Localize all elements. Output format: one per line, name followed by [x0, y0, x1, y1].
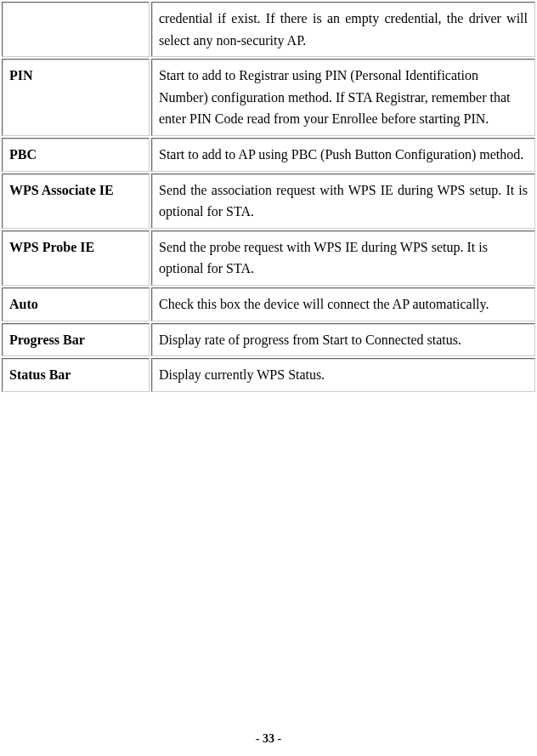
desc-cell: Display currently WPS Status.: [151, 358, 535, 392]
term-cell: Auto: [2, 287, 150, 321]
table-row: WPS Probe IE Send the probe request with…: [2, 230, 535, 286]
term-cell: WPS Associate IE: [2, 173, 150, 229]
table-body: credential if exist. If there is an empt…: [2, 2, 535, 392]
table-row: WPS Associate IE Send the association re…: [2, 173, 535, 229]
table-row: PBC Start to add to AP using PBC (Push B…: [2, 138, 535, 172]
term-cell: Status Bar: [2, 358, 150, 392]
term-cell: PBC: [2, 138, 150, 172]
desc-cell: credential if exist. If there is an empt…: [151, 2, 535, 57]
table-row: Progress Bar Display rate of progress fr…: [2, 323, 535, 357]
page-number-prefix: -: [256, 732, 263, 745]
term-cell: PIN: [2, 59, 150, 136]
page-number-value: 33: [263, 732, 274, 745]
desc-cell: Check this box the device will connect t…: [151, 287, 535, 321]
content-area: credential if exist. If there is an empt…: [0, 0, 537, 732]
desc-cell: Send the probe request with WPS IE durin…: [151, 230, 535, 286]
desc-cell: Send the association request with WPS IE…: [151, 173, 535, 229]
desc-cell: Start to add to AP using PBC (Push Butto…: [151, 138, 535, 172]
table-row: PIN Start to add to Registrar using PIN …: [2, 59, 535, 136]
table-row: Auto Check this box the device will conn…: [2, 287, 535, 321]
desc-cell: Start to add to Registrar using PIN (Per…: [151, 59, 535, 136]
term-cell: [2, 2, 150, 57]
term-cell: WPS Probe IE: [2, 230, 150, 286]
definitions-table: credential if exist. If there is an empt…: [0, 0, 537, 394]
term-cell: Progress Bar: [2, 323, 150, 357]
page: credential if exist. If there is an empt…: [0, 0, 537, 756]
table-row: credential if exist. If there is an empt…: [2, 2, 535, 57]
page-number: - 33 -: [0, 732, 537, 756]
table-row: Status Bar Display currently WPS Status.: [2, 358, 535, 392]
page-number-suffix: -: [274, 732, 281, 745]
desc-cell: Display rate of progress from Start to C…: [151, 323, 535, 357]
